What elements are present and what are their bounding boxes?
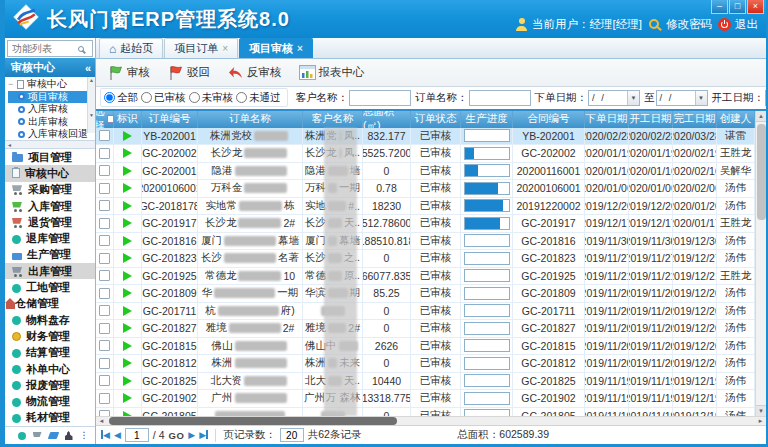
status-radio-全部[interactable]: 全部 xyxy=(104,91,138,105)
sidebar-item-补单中心[interactable]: 补单中心 xyxy=(5,361,95,377)
row-checkbox[interactable] xyxy=(99,130,110,141)
page-size-input[interactable] xyxy=(280,428,304,442)
row-checkbox[interactable] xyxy=(99,305,110,316)
sidebar-item-仓储管理[interactable]: 仓储管理 xyxy=(5,296,95,312)
sidebar-item-物料盘存[interactable]: 物料盘存 xyxy=(5,312,95,328)
close-tab-icon[interactable]: × xyxy=(222,44,228,53)
tab-起始页[interactable]: ⌂起始页 xyxy=(99,38,163,58)
row-checkbox[interactable] xyxy=(99,393,110,404)
radio-input[interactable] xyxy=(141,92,152,103)
tree-horizontal-scrollbar[interactable]: ◄ xyxy=(5,141,95,149)
table-row[interactable]: GC-201917长沙龙2#长沙天..8512.78600..已审核GC-201… xyxy=(96,215,755,233)
row-checkbox[interactable] xyxy=(99,410,110,415)
tab-项目订单[interactable]: 项目订单× xyxy=(164,38,238,58)
customer-name-input[interactable] xyxy=(349,90,411,106)
sidebar-item-报废管理[interactable]: 报废管理 xyxy=(5,377,95,393)
dot-icon[interactable] xyxy=(18,432,26,440)
table-row[interactable]: GC-201902广州广州万森林13318.775已审核GC-201902201… xyxy=(96,390,755,408)
sidebar-item-生产管理[interactable]: 生产管理 xyxy=(5,247,95,263)
sidebar-item-入库管理[interactable]: 入库管理 xyxy=(5,198,95,214)
tree-root[interactable]: − 审核中心 xyxy=(8,78,87,91)
more-icon[interactable]: ⋮ xyxy=(80,431,83,440)
row-checkbox[interactable] xyxy=(99,288,110,299)
table-row[interactable]: GC-201809华一期华滨期85.25已审核GC-2018092019/11/… xyxy=(96,285,755,303)
row-checkbox[interactable] xyxy=(99,165,110,176)
row-checkbox[interactable] xyxy=(99,358,110,369)
logout-button[interactable]: 退出 xyxy=(718,17,758,32)
row-checkbox[interactable] xyxy=(99,200,110,211)
table-row[interactable]: GC-201825北大资北大天..10440已审核GC-2018252019/1… xyxy=(96,373,755,391)
status-radio-未审核[interactable]: 未审核 xyxy=(189,91,234,105)
sidebar-item-物流管理[interactable]: 物流管理 xyxy=(5,393,95,409)
row-checkbox[interactable] xyxy=(99,183,110,194)
status-radio-已审核[interactable]: 已审核 xyxy=(141,91,186,105)
collapse-icon[interactable]: « xyxy=(85,62,91,74)
row-checkbox[interactable] xyxy=(99,375,110,386)
order-name-input[interactable] xyxy=(469,90,531,106)
table-row[interactable]: GC-201812株洲株洲未来0已审核GC-2018122019/11/2020… xyxy=(96,355,755,373)
dropdown-icon[interactable]: ▼ xyxy=(695,91,707,105)
table-horizontal-scrollbar[interactable]: ◄ ► xyxy=(96,416,766,426)
scroll-up-icon[interactable]: ▲ xyxy=(756,111,767,122)
person-icon[interactable] xyxy=(65,431,73,440)
row-checkbox[interactable] xyxy=(99,218,110,229)
row-checkbox[interactable] xyxy=(99,323,110,334)
page-number-input[interactable] xyxy=(125,428,149,442)
table-row[interactable]: 20200106001万科金万科一期0.78已审核202001060012020… xyxy=(96,180,755,198)
function-search-input[interactable] xyxy=(10,42,78,55)
tree-vertical-scrollbar[interactable]: ▲▼ xyxy=(87,77,95,133)
sidebar-item-退库管理[interactable]: 退库管理 xyxy=(5,230,95,246)
sidebar-item-审核中心[interactable]: 审核中心 xyxy=(5,165,95,181)
sidebar-item-出库管理[interactable]: 出库管理 xyxy=(5,263,95,279)
sidebar-item-退货管理[interactable]: 退货管理 xyxy=(5,214,95,230)
cart-icon[interactable] xyxy=(33,432,42,439)
toolbar-button-报表中心[interactable]: 报表中心 xyxy=(294,62,373,84)
table-row[interactable]: GC-201711杭府)0已审核GC-2017112019/11/202019/… xyxy=(96,303,755,321)
sidebar-item-财务管理[interactable]: 财务管理 xyxy=(5,328,95,344)
next-page-button[interactable]: ▶ xyxy=(188,430,195,440)
sidebar-item-项目管理[interactable]: 项目管理 xyxy=(5,149,95,165)
table-row[interactable]: GC-201815佛山佛山中2626已审核GC-2018152019/11/20… xyxy=(96,338,755,356)
tab-项目审核[interactable]: 项目审核× xyxy=(239,38,313,58)
select-all-checkbox[interactable] xyxy=(107,115,114,123)
vertical-scroll-thumb[interactable] xyxy=(757,124,766,220)
sidebar-item-采购管理[interactable]: 采购管理 xyxy=(5,182,95,198)
prev-page-button[interactable]: ◀ xyxy=(114,430,121,440)
sidebar-item-结算管理[interactable]: 结算管理 xyxy=(5,345,95,361)
start-date-picker[interactable]: / / ▼ xyxy=(765,90,766,106)
tree-item[interactable]: 入库审核回退 xyxy=(8,128,87,141)
tree-item[interactable]: 项目审核 xyxy=(8,91,87,104)
scroll-left-icon[interactable]: ◄ xyxy=(96,418,107,424)
table-vertical-scrollbar[interactable]: ▲ ▼ xyxy=(755,111,766,416)
close-button[interactable]: × xyxy=(747,0,764,14)
row-checkbox[interactable] xyxy=(99,253,110,264)
table-row[interactable]: GC-2018050已审核GC-2018052019/11/192019/11/… xyxy=(96,408,755,416)
tree-item[interactable]: 出库审核 xyxy=(8,116,87,129)
row-checkbox[interactable] xyxy=(99,235,110,246)
tree-expander-icon[interactable]: − xyxy=(8,79,17,89)
row-checkbox[interactable] xyxy=(99,148,110,159)
row-checkbox[interactable] xyxy=(99,340,110,351)
table-row[interactable]: YB-202001株洲党校株洲党凤..832.177已审核YB-20200120… xyxy=(96,128,755,146)
close-tab-icon[interactable]: × xyxy=(297,44,303,53)
table-row[interactable]: GC-201816厦门幕墙厦门幕墙188510.818已审核GC-2018162… xyxy=(96,233,755,251)
radio-input[interactable] xyxy=(104,92,115,103)
maximize-button[interactable]: □ xyxy=(729,0,746,14)
scroll-down-icon[interactable]: ▼ xyxy=(756,405,767,416)
radio-input[interactable] xyxy=(189,92,200,103)
scroll-right-icon[interactable]: ► xyxy=(755,418,766,424)
row-checkbox[interactable] xyxy=(99,270,110,281)
table-row[interactable]: GC-201823长沙名著长沙之..0已审核GC-2018232019/11/2… xyxy=(96,250,755,268)
tree-item[interactable]: 入库审核 xyxy=(8,103,87,116)
swoosh-icon[interactable] xyxy=(47,432,59,439)
go-button[interactable]: GO xyxy=(169,430,185,441)
table-row[interactable]: GC-201827雅境2#雅境2#0已审核GC-2018272019/11/20… xyxy=(96,320,755,338)
column-header-选择[interactable]: 选择 xyxy=(96,111,114,128)
table-row[interactable]: GC-202001隐港隐港墙0已审核202001160012020/01/162… xyxy=(96,163,755,181)
minimize-button[interactable]: – xyxy=(711,0,728,14)
table-row[interactable]: GC-2018178实地常栋实地#..18230已审核2019122000220… xyxy=(96,198,755,216)
last-page-button[interactable]: ▶ xyxy=(199,430,208,440)
sidebar-item-耗材管理[interactable]: 耗材管理 xyxy=(5,410,95,426)
table-row[interactable]: GC-201925常德龙10常德原..266077.835..已审核GC-201… xyxy=(96,268,755,286)
sidebar-item-工地管理[interactable]: 工地管理 xyxy=(5,279,95,295)
